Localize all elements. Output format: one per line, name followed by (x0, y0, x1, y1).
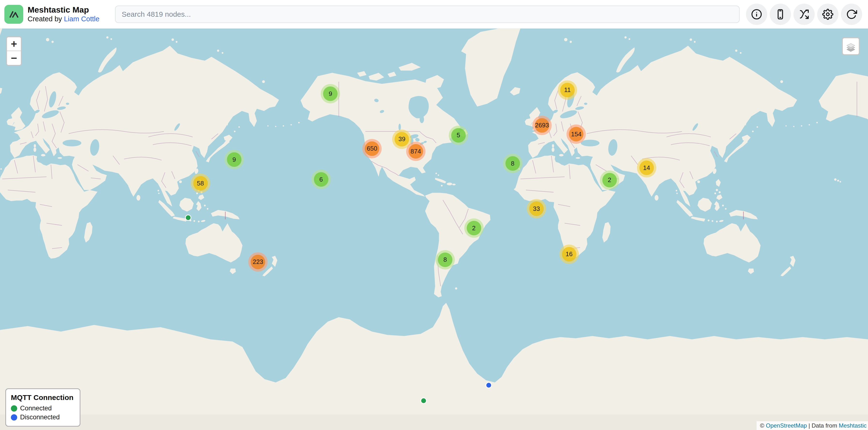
connected-dot-icon (11, 405, 17, 411)
osm-link[interactable]: OpenStreetMap (766, 422, 807, 429)
layers-icon (845, 41, 857, 52)
node-cluster[interactable]: 11 (558, 80, 577, 100)
search-input[interactable] (115, 6, 740, 23)
zoom-out-button[interactable]: − (7, 51, 21, 65)
meshtastic-link[interactable]: Meshtastic (839, 422, 867, 429)
node-cluster[interactable]: 154 (566, 125, 586, 144)
node-cluster[interactable]: 16 (559, 244, 579, 264)
info-button[interactable] (746, 4, 767, 25)
meshtastic-logo-icon (4, 5, 23, 24)
zoom-control: + − (6, 36, 22, 66)
node-cluster[interactable]: 9 (224, 150, 244, 169)
settings-button[interactable] (817, 4, 838, 25)
refresh-icon (846, 9, 857, 20)
meshtastic-map-app: Meshtastic Map Created by Liam Cottle (0, 0, 868, 430)
node-cluster[interactable]: 8 (435, 250, 455, 269)
node-cluster[interactable]: 58 (191, 174, 210, 193)
node-marker-connected[interactable] (421, 398, 427, 404)
node-cluster[interactable]: 2 (464, 219, 484, 238)
author-link[interactable]: Liam Cottle (64, 15, 99, 23)
map-canvas[interactable]: 911269315439650874581429586332168223 + −… (0, 29, 868, 430)
disconnected-dot-icon (11, 414, 17, 421)
node-cluster[interactable]: 2693 (532, 116, 552, 135)
node-cluster[interactable]: 2 (600, 170, 619, 190)
node-cluster[interactable]: 5 (449, 126, 468, 145)
node-cluster[interactable]: 223 (248, 252, 268, 272)
title-block: Meshtastic Map Created by Liam Cottle (28, 5, 99, 23)
node-cluster[interactable]: 874 (406, 142, 426, 161)
node-cluster[interactable]: 650 (362, 139, 382, 158)
legend-label: Disconnected (20, 414, 60, 421)
mobile-app-button[interactable] (770, 4, 791, 25)
mobile-icon (775, 9, 786, 20)
legend-row-disconnected: Disconnected (11, 414, 73, 421)
zoom-in-button[interactable]: + (7, 37, 21, 51)
byline-prefix: Created by (28, 15, 64, 23)
random-node-button[interactable] (794, 4, 815, 25)
node-cluster[interactable]: 6 (311, 170, 331, 189)
map-attribution: © OpenStreetMap | Data from Meshtastic (756, 421, 868, 430)
node-marker-connected[interactable] (185, 214, 191, 221)
mqtt-legend: MQTT Connection Connected Disconnected (5, 388, 81, 427)
layers-control[interactable] (842, 37, 860, 55)
node-marker-disconnected[interactable] (486, 382, 492, 388)
legend-title: MQTT Connection (11, 393, 73, 402)
app-header: Meshtastic Map Created by Liam Cottle (0, 0, 868, 29)
info-icon (751, 9, 762, 20)
legend-row-connected: Connected (11, 405, 73, 412)
header-buttons (746, 4, 862, 25)
shuffle-icon (799, 9, 810, 20)
node-cluster[interactable]: 9 (321, 84, 340, 103)
gear-icon (822, 9, 833, 20)
world-map (0, 29, 868, 430)
copyright-prefix: © (760, 422, 766, 429)
page-title: Meshtastic Map (28, 5, 99, 14)
attribution-separator: | Data from (807, 422, 839, 429)
node-cluster[interactable]: 8 (503, 154, 522, 173)
node-cluster[interactable]: 33 (527, 199, 546, 219)
refresh-button[interactable] (841, 4, 862, 25)
node-cluster[interactable]: 14 (637, 158, 656, 177)
legend-label: Connected (20, 405, 52, 412)
byline: Created by Liam Cottle (28, 15, 99, 23)
